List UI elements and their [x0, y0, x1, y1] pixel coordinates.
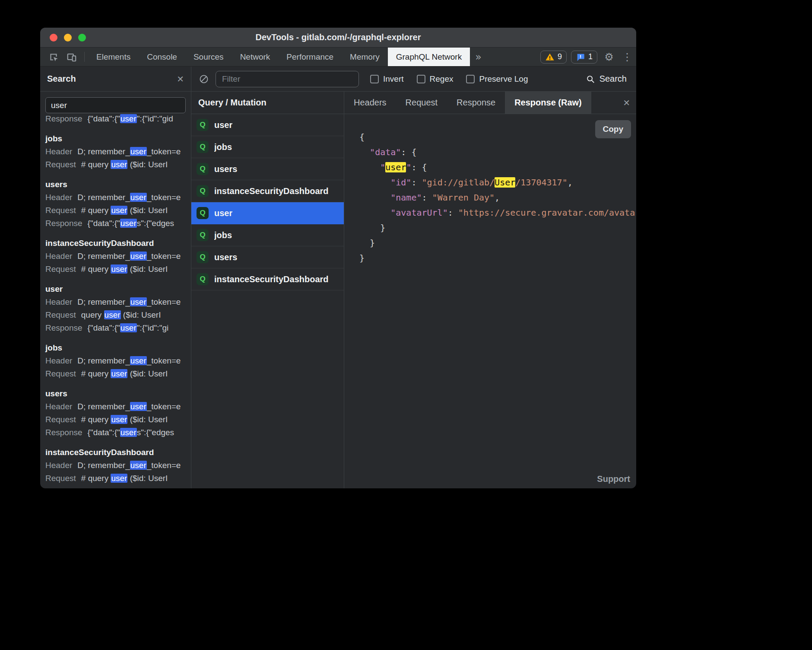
search-result-line-content: query user ($id: UserI: [81, 310, 161, 319]
query-icon: Q: [197, 273, 209, 285]
search-result-line-content: {"data":{"user":{"id":"gid: [88, 114, 173, 123]
search-result-line[interactable]: HeaderD; remember_user_token=e: [45, 191, 191, 204]
copy-button[interactable]: Copy: [595, 120, 631, 138]
search-result-line[interactable]: HeaderD; remember_user_token=e: [45, 459, 191, 472]
search-result-operation[interactable]: jobs: [45, 343, 191, 353]
search-result-line-content: # query user ($id: UserI: [81, 160, 168, 169]
search-result-line-content: D; remember_user_token=e: [77, 297, 181, 306]
query-list: QuserQjobsQusersQinstanceSecurityDashboa…: [191, 114, 344, 488]
devtools-tab-sources[interactable]: Sources: [185, 48, 232, 66]
toolbar-search-button[interactable]: Search: [586, 74, 627, 84]
search-highlight: user: [130, 356, 147, 365]
search-result-line[interactable]: Response{"data":{"users":{"edges: [45, 217, 191, 230]
search-result-operation[interactable]: instanceSecurityDashboard: [45, 239, 191, 248]
search-result-line[interactable]: Request# query user ($id: UserI: [45, 158, 191, 171]
devtools-tab-graphql-network[interactable]: GraphQL Network: [388, 48, 470, 66]
search-result-line-content: D; remember_user_token=e: [77, 252, 181, 261]
query-icon: Q: [197, 141, 209, 153]
devtools-tab-console[interactable]: Console: [139, 48, 185, 66]
query-list-item-jobs[interactable]: Qjobs: [191, 136, 344, 158]
query-list-item-users[interactable]: Qusers: [191, 158, 344, 180]
query-icon: Q: [197, 185, 209, 197]
details-tab-response[interactable]: Response: [447, 92, 505, 114]
query-list-item-user[interactable]: Quser: [191, 114, 344, 136]
search-highlight: user: [111, 474, 127, 483]
toolbar-search-label: Search: [599, 74, 627, 84]
query-list-item-label: instanceSecurityDashboard: [214, 274, 329, 284]
more-tabs-icon[interactable]: »: [470, 48, 487, 66]
search-result-line[interactable]: Response{"data":{"users":{"edges: [45, 426, 191, 439]
devtools-toolbar: ElementsConsoleSourcesNetworkPerformance…: [40, 48, 636, 67]
query-list-item-label: instanceSecurityDashboard: [214, 186, 329, 196]
checkbox-regex[interactable]: Regex: [417, 74, 454, 84]
close-window-button[interactable]: [50, 34, 57, 41]
details-tab-response-raw[interactable]: Response (Raw): [505, 92, 591, 114]
details-tab-headers[interactable]: Headers: [344, 92, 396, 114]
search-result-line-content: # query user ($id: UserI: [81, 474, 168, 483]
search-result-line-label: Header: [45, 193, 72, 202]
devtools-tab-memory[interactable]: Memory: [342, 48, 388, 66]
search-icon: [586, 74, 595, 84]
search-result-line[interactable]: HeaderD; remember_user_token=e: [45, 296, 191, 309]
close-details-icon[interactable]: ✕: [623, 98, 630, 108]
search-result-operation[interactable]: users: [45, 389, 191, 398]
search-result-line[interactable]: HeaderD; remember_user_token=e: [45, 400, 191, 413]
search-result-operation[interactable]: user: [45, 284, 191, 294]
query-list-item-instancesecuritydashboard[interactable]: QinstanceSecurityDashboard: [191, 268, 344, 290]
json-line: "id": "gid://gitlab/User/13704317",: [359, 175, 636, 190]
devtools-tab-network[interactable]: Network: [232, 48, 279, 66]
query-list-item-instancesecuritydashboard[interactable]: QinstanceSecurityDashboard: [191, 180, 344, 202]
support-link[interactable]: Support: [597, 474, 630, 484]
messages-badge[interactable]: 1: [571, 51, 597, 64]
network-panel: InvertRegexPreserve Log Search Query / M…: [191, 67, 636, 488]
query-list-item-users[interactable]: Qusers: [191, 246, 344, 268]
device-toolbar-icon[interactable]: [63, 48, 81, 66]
search-result-line-content: {"data":{"user":{"id":"gi: [88, 323, 169, 332]
devtools-tab-performance[interactable]: Performance: [278, 48, 342, 66]
close-search-icon[interactable]: ✕: [177, 74, 184, 84]
search-result-line[interactable]: Request# query user ($id: UserI: [45, 367, 191, 380]
search-result-line-label: Request: [45, 310, 76, 319]
search-result-line-label: Header: [45, 297, 72, 306]
search-result-line-content: # query user ($id: UserI: [81, 369, 168, 378]
search-result-operation[interactable]: instanceSecurityDashboard: [45, 448, 191, 457]
search-result-line[interactable]: Request# query user ($id: UserI: [45, 263, 191, 276]
checkbox-preserve-log[interactable]: Preserve Log: [466, 74, 528, 84]
search-result-line[interactable]: HeaderD; remember_user_token=e: [45, 145, 191, 158]
menu-dots-icon[interactable]: ⋮: [618, 48, 636, 66]
search-result-line[interactable]: Response{"data":{"user":{"id":"gid: [45, 114, 191, 125]
warnings-badge[interactable]: 9: [540, 51, 567, 64]
devtools-tab-elements[interactable]: Elements: [88, 48, 139, 66]
minimize-window-button[interactable]: [64, 34, 72, 41]
query-list-item-user[interactable]: Quser: [191, 202, 344, 224]
checkbox-invert[interactable]: Invert: [370, 74, 404, 84]
search-panel: Search ✕ Response{"data":{"user":{"id":"…: [40, 67, 191, 488]
query-icon: Q: [197, 229, 209, 241]
search-result-line[interactable]: Request# query user ($id: UserI: [45, 204, 191, 217]
search-result-line-content: D; remember_user_token=e: [77, 461, 181, 470]
settings-gear-icon[interactable]: ⚙: [600, 48, 618, 66]
details-tab-request[interactable]: Request: [396, 92, 447, 114]
query-list-item-jobs[interactable]: Qjobs: [191, 224, 344, 246]
zoom-window-button[interactable]: [78, 34, 86, 41]
search-result-line[interactable]: Request# query user ($id: UserI: [45, 413, 191, 426]
inspect-element-icon[interactable]: [44, 48, 63, 66]
clear-icon[interactable]: [197, 74, 210, 84]
search-result-line-label: Header: [45, 461, 72, 470]
search-result-line[interactable]: Requestquery user ($id: UserI: [45, 309, 191, 322]
search-result-line[interactable]: Response{"data":{"user":{"id":"gi: [45, 322, 191, 335]
search-input[interactable]: [45, 97, 186, 113]
search-result-line-label: Request: [45, 264, 76, 274]
filter-input[interactable]: [216, 71, 359, 87]
search-result-line[interactable]: Request# query user ($id: UserI: [45, 472, 191, 485]
search-result-line[interactable]: HeaderD; remember_user_token=e: [45, 354, 191, 367]
search-result-line[interactable]: HeaderD; remember_user_token=e: [45, 250, 191, 263]
search-highlight: user: [130, 193, 147, 202]
query-icon: Q: [197, 119, 209, 131]
search-result-operation[interactable]: users: [45, 180, 191, 189]
search-result-operation[interactable]: jobs: [45, 134, 191, 143]
json-line: "avatarUrl": "https://secure.gravatar.co…: [359, 205, 636, 220]
status-badges: 9 1: [540, 48, 600, 66]
search-result-line-label: Request: [45, 160, 76, 169]
search-highlight: user: [111, 160, 127, 169]
